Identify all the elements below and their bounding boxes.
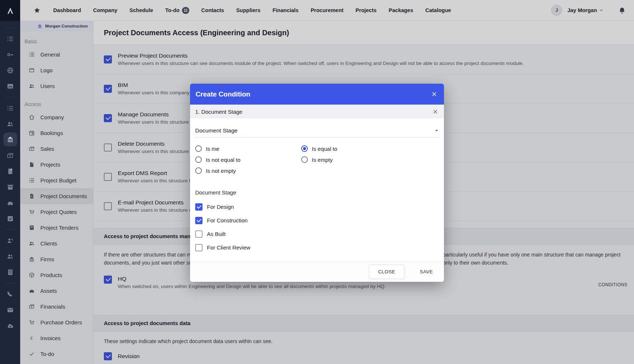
checkbox-control[interactable] (195, 230, 203, 238)
condition-section-title: 1. Document Stage (195, 109, 433, 115)
radio-control[interactable] (301, 156, 308, 163)
close-button[interactable]: CLOSE (369, 265, 405, 279)
condition-field-select[interactable]: Document Stage (195, 124, 439, 138)
checkbox-control[interactable] (195, 244, 203, 251)
radio-is-empty[interactable]: Is empty (301, 154, 407, 165)
radio-is-not-equal-to[interactable]: Is not equal to (195, 154, 301, 165)
radio-is-equal-to[interactable]: Is equal to (301, 143, 407, 154)
save-button[interactable]: SAVE (420, 269, 433, 274)
remove-condition-icon[interactable] (433, 109, 438, 114)
modal-title: Create Condition (196, 90, 431, 98)
checkbox-for-design[interactable]: For Design (195, 200, 439, 214)
radio-control[interactable] (301, 145, 308, 152)
radio-control[interactable] (195, 156, 202, 163)
chevron-down-icon (434, 128, 439, 133)
radio-control[interactable] (195, 145, 202, 152)
checkbox-for-client-review[interactable]: For Client Review (195, 241, 439, 254)
checkbox-control[interactable] (195, 217, 203, 224)
radio-is-not-empty[interactable]: Is not empty (195, 165, 301, 176)
create-condition-modal: Create Condition 1. Document Stage Docum… (190, 84, 444, 282)
checkbox-for-construction[interactable]: For Construction (195, 214, 439, 227)
checkbox-control[interactable] (195, 203, 203, 211)
checkbox-as-built[interactable]: As Built (195, 227, 439, 241)
stage-group-label: Document Stage (195, 189, 439, 196)
radio-control[interactable] (195, 167, 202, 174)
modal-close-icon[interactable] (431, 91, 437, 97)
radio-is-me[interactable]: Is me (195, 143, 301, 154)
